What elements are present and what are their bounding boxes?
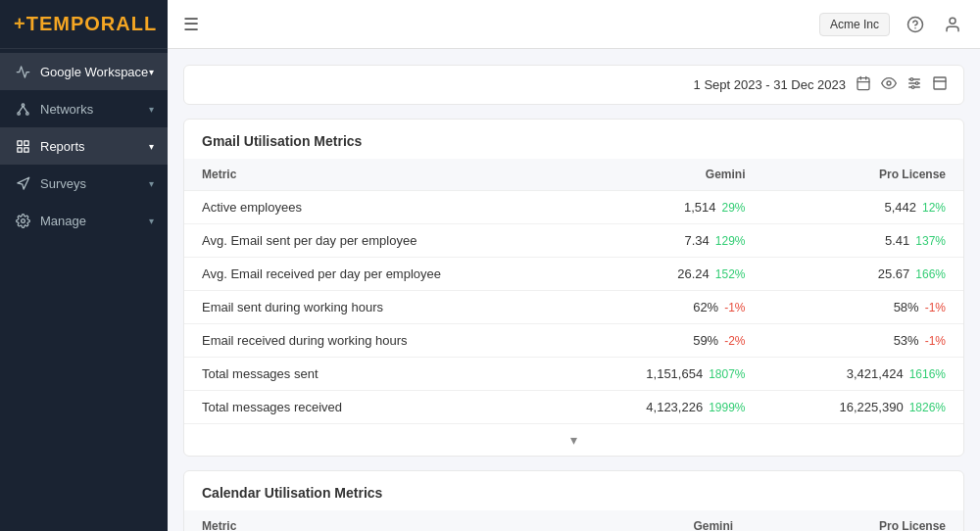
gemini-number: 59% [693,333,718,348]
calendar-icon[interactable] [856,75,871,94]
show-more-button[interactable]: ▾ [184,423,963,456]
svg-line-3 [19,106,23,112]
pro-pct-badge: 1616% [909,367,946,381]
calendar-metrics-card: Calendar Utilisation Metrics Metric Gemi… [183,470,964,531]
svg-rect-6 [24,140,27,144]
col-header-gemini: Gemini [551,510,751,531]
gemini-number: 1,514 [684,200,716,215]
pro-pct-badge: -1% [925,301,946,314]
logo: +TEMPORALL [0,0,168,49]
topbar: ☰ Acme Inc [168,0,980,49]
pro-number: 3,421,424 [847,366,904,381]
gemini-value: 4,123,226 1999% [572,391,762,424]
gemini-number: 4,123,226 [646,400,703,414]
svg-rect-24 [934,77,946,89]
network-icon [14,100,31,118]
grid-icon [14,137,31,155]
svg-point-17 [887,81,891,85]
sidebar-item-reports[interactable]: Reports ▾ [0,127,168,165]
sidebar-item-label: Manage [40,214,149,228]
table-row: Avg. Email received per day per employee… [184,258,963,291]
pro-pct-badge: 12% [922,201,946,215]
col-header-pro: Pro License [751,510,963,531]
svg-point-22 [915,82,918,85]
pro-value: 5.41 137% [763,224,963,258]
table-row: Email received during working hours 59% … [184,324,963,358]
filter-icon[interactable] [906,75,922,94]
gemini-pct-badge: 129% [715,234,746,248]
content-area: 1 Sept 2023 - 31 Dec 2023 [168,49,980,531]
pro-value: 25.67 166% [763,258,963,291]
help-icon[interactable] [904,13,927,36]
svg-rect-5 [17,140,21,144]
chart-line-icon [14,63,31,80]
sidebar-nav: Google Workspace ▾ Networks ▾ Reports ▾ [0,49,168,531]
svg-rect-13 [858,78,869,90]
chevron-down-icon: ▾ [149,104,154,115]
gemini-number: 62% [693,300,718,314]
date-range-bar: 1 Sept 2023 - 31 Dec 2023 [183,65,964,105]
table-row: Active employees 1,514 29% 5,442 12% [184,191,963,224]
gemini-value: 62% -1% [572,291,762,324]
gemini-pct-badge: 1999% [709,401,745,414]
sidebar-item-manage[interactable]: Manage ▾ [0,202,168,239]
metric-label: Active employees [184,191,572,224]
col-header-metric: Metric [184,510,551,531]
metric-label: Email sent during working hours [184,291,572,324]
svg-point-12 [950,18,956,24]
metric-label: Avg. Email received per day per employee [184,258,572,291]
pro-pct-badge: 1826% [909,401,946,414]
svg-point-9 [21,218,24,222]
chevron-down-icon: ▾ [149,67,154,77]
gemini-value: 1,514 29% [572,191,762,224]
pro-pct-badge: 137% [915,234,946,248]
chevron-down-icon: ▾ [570,432,577,448]
calendar-metrics-table: Metric Gemini Pro License Active employe… [184,510,963,531]
sidebar-item-label: Reports [40,139,149,154]
pro-value: 53% -1% [763,324,963,358]
sidebar-item-label: Surveys [40,176,149,191]
gemini-number: 7.34 [685,233,710,248]
svg-point-21 [910,78,913,81]
company-badge: Acme Inc [819,13,890,36]
chevron-down-icon: ▾ [149,141,154,152]
layout-icon[interactable] [932,75,948,94]
svg-line-4 [23,106,26,112]
gemini-number: 26.24 [677,266,710,281]
sidebar-item-networks[interactable]: Networks ▾ [0,90,168,127]
table-row: Avg. Email sent per day per employee 7.3… [184,224,963,258]
table-row: Email sent during working hours 62% -1% … [184,291,963,324]
gmail-card-title: Gmail Utilisation Metrics [184,120,963,159]
sidebar-item-label: Google Workspace [40,65,149,79]
main-area: ☰ Acme Inc 1 Sept 2023 - 31 Dec 2 [168,0,980,531]
svg-point-23 [911,86,914,89]
topbar-left: ☰ [183,14,199,35]
pro-number: 58% [894,300,919,314]
col-header-metric: Metric [184,159,572,191]
col-header-gemini: Gemini [572,159,762,191]
gemini-pct-badge: -2% [724,334,745,348]
pro-pct-badge: 166% [915,267,946,281]
pro-value: 16,225,390 1826% [763,391,963,424]
eye-icon[interactable] [881,75,897,94]
table-row: Total messages sent 1,151,654 1807% 3,42… [184,358,963,391]
gemini-value: 1,151,654 1807% [572,358,762,391]
pro-number: 5,442 [884,200,916,215]
gemini-value: 59% -2% [572,324,762,358]
gemini-pct-badge: -1% [724,301,745,314]
user-icon[interactable] [941,13,964,36]
col-header-pro: Pro License [763,159,963,191]
topbar-right: Acme Inc [819,13,964,36]
pro-value: 58% -1% [763,291,963,324]
metric-label: Total messages received [184,391,572,424]
chevron-down-icon: ▾ [149,178,154,189]
pro-number: 53% [894,333,919,348]
pro-value: 5,442 12% [763,191,963,224]
gmail-metrics-table: Metric Gemini Pro License Active employe… [184,159,963,423]
gemini-value: 7.34 129% [572,224,762,258]
date-range-text: 1 Sept 2023 - 31 Dec 2023 [694,77,846,92]
sidebar-item-google-workspace[interactable]: Google Workspace ▾ [0,53,168,90]
menu-icon[interactable]: ☰ [183,14,199,35]
sidebar-item-surveys[interactable]: Surveys ▾ [0,165,168,202]
calendar-card-title: Calendar Utilisation Metrics [184,471,963,510]
